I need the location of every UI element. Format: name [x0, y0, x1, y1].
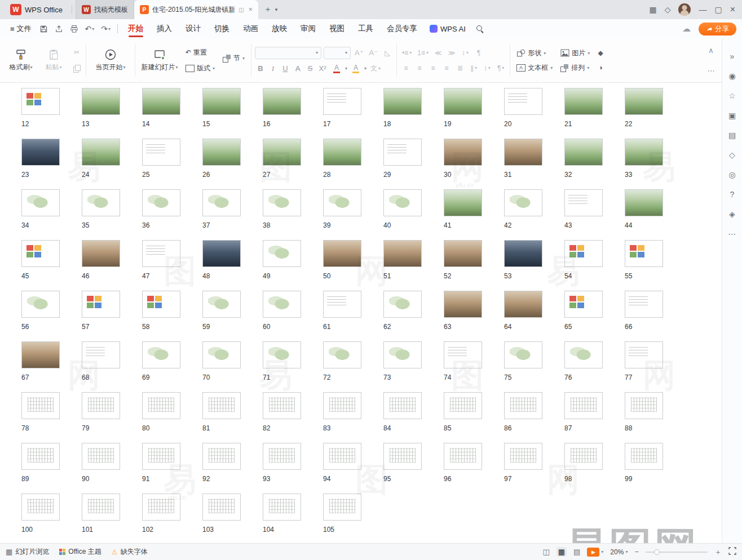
numbering-button[interactable]: 1≡▾ — [416, 47, 430, 59]
slide-thumbnail[interactable] — [21, 392, 60, 419]
layout-button[interactable]: 版式▾ — [183, 63, 218, 74]
slide-thumbnail[interactable] — [202, 139, 241, 166]
slide-thumbnail[interactable] — [504, 392, 542, 419]
slide-thumbnail[interactable] — [504, 139, 542, 166]
slide-thumbnail[interactable] — [21, 240, 60, 267]
slide-thumbnail[interactable] — [504, 88, 542, 115]
slide-thumbnail[interactable] — [82, 291, 120, 318]
slide-thumbnail[interactable] — [444, 341, 482, 368]
slide-thumbnail[interactable] — [202, 240, 241, 267]
slide-thumbnail[interactable] — [625, 88, 663, 115]
slide-thumbnail[interactable] — [504, 341, 542, 368]
slide-thumbnail[interactable] — [564, 443, 603, 470]
view-mode-indicator[interactable]: ▦ 幻灯片浏览 — [6, 547, 49, 557]
zoom-slider-knob[interactable] — [654, 549, 660, 555]
ribbon-more-button[interactable]: ⋯ — [705, 65, 717, 76]
menu-tab-0[interactable]: 开始 — [128, 19, 143, 38]
fit-to-window-button[interactable] — [728, 547, 736, 557]
shapes-button[interactable]: 形状▾ — [514, 48, 555, 59]
slide-thumbnail[interactable] — [625, 341, 663, 368]
section-button[interactable]: 节▾ — [220, 53, 248, 64]
picture-button[interactable]: 图片▾ — [558, 48, 593, 59]
slide-thumbnail[interactable] — [82, 494, 120, 521]
slide-thumbnail[interactable] — [21, 88, 60, 115]
slide-thumbnail[interactable] — [383, 443, 422, 470]
align-left-button[interactable]: ≡ — [400, 63, 412, 74]
tab-list-chevron-icon[interactable]: ▾ — [275, 7, 278, 12]
slide-thumbnail[interactable] — [142, 240, 180, 267]
chart-helper-icon[interactable]: ▤ — [728, 131, 736, 140]
font-family-select[interactable]: ▾ — [255, 47, 321, 59]
paragraph-mark-button[interactable]: ¶ — [473, 47, 484, 59]
slide-thumbnail[interactable] — [142, 392, 180, 419]
align-center-button[interactable]: ≡ — [414, 63, 425, 74]
slide-thumbnail[interactable] — [82, 392, 120, 419]
missing-fonts-warning[interactable]: ⚠ 缺失字体 — [112, 547, 148, 557]
slide-sorter-view-button[interactable]: ▦ — [556, 547, 567, 557]
print-button[interactable] — [70, 25, 78, 33]
slide-thumbnail[interactable] — [263, 392, 301, 419]
slide-thumbnail[interactable] — [82, 88, 120, 115]
zoom-slider[interactable] — [646, 552, 708, 553]
text-shadow-button[interactable]: A — [292, 63, 303, 74]
apps-grid-icon[interactable]: ▦ — [649, 5, 656, 14]
doc-tab-current[interactable]: P 住宅-2015.05-阳光城唐镇新 ◫ × — [134, 0, 258, 19]
cloud-sync-icon[interactable]: ☁ — [682, 24, 691, 34]
slide-thumbnail[interactable] — [504, 240, 542, 267]
slide-thumbnail[interactable] — [263, 494, 301, 521]
paste-button[interactable]: 粘贴▾ — [38, 48, 69, 72]
slide-thumbnail[interactable] — [202, 443, 241, 470]
slide-thumbnail[interactable] — [444, 88, 482, 115]
reading-view-button[interactable]: ▤ — [573, 548, 580, 556]
maximize-button[interactable]: ▢ — [714, 5, 722, 14]
navigation-icon[interactable]: ◎ — [728, 170, 735, 179]
slide-thumbnail[interactable] — [142, 291, 180, 318]
fill-color-button[interactable]: ◑ — [595, 62, 606, 73]
slide-thumbnail[interactable] — [82, 443, 120, 470]
slide-thumbnail[interactable] — [625, 443, 663, 470]
textbox-button[interactable]: A文本框▾ — [514, 63, 555, 73]
slide-thumbnail[interactable] — [564, 392, 603, 419]
slide-thumbnail[interactable] — [444, 139, 482, 166]
columns-button[interactable]: ∥▾ — [468, 63, 479, 74]
slide-thumbnail[interactable] — [21, 341, 60, 368]
slide-thumbnail[interactable] — [504, 443, 542, 470]
slide-thumbnail[interactable] — [444, 189, 482, 216]
menu-tab-7[interactable]: 视图 — [329, 19, 344, 38]
favorites-icon[interactable]: ☆ — [728, 91, 736, 100]
slideshow-play-button[interactable]: ▶ ▾ — [587, 548, 603, 557]
collapse-ribbon-button[interactable]: ∧ — [705, 45, 717, 56]
menu-tab-3[interactable]: 切换 — [214, 19, 229, 38]
slide-thumbnail[interactable] — [383, 392, 422, 419]
slide-thumbnail[interactable] — [323, 291, 361, 318]
slide-thumbnail[interactable] — [323, 443, 361, 470]
toolbox-icon[interactable]: ◇ — [729, 150, 735, 159]
slide-thumbnail[interactable] — [82, 341, 120, 368]
wps-ai-button[interactable]: WPS AI — [430, 25, 466, 33]
slide-thumbnail[interactable] — [21, 189, 60, 216]
menu-tab-8[interactable]: 工具 — [358, 19, 373, 38]
format-painter-button[interactable]: 格式刷▾ — [6, 48, 36, 72]
slide-thumbnail[interactable] — [202, 291, 241, 318]
align-right-button[interactable]: ≡ — [427, 63, 439, 74]
slide-thumbnail[interactable] — [263, 443, 301, 470]
new-tab-button[interactable]: ＋ — [264, 5, 272, 15]
slide-thumbnail[interactable] — [383, 189, 422, 216]
new-slide-button[interactable]: 新建幻灯片▾ — [139, 48, 180, 72]
slide-thumbnail[interactable] — [263, 88, 301, 115]
increase-font-button[interactable]: A⁺ — [353, 47, 365, 59]
slide-thumbnail[interactable] — [625, 189, 663, 216]
font-size-select[interactable]: ▾ — [324, 47, 351, 59]
slide-thumbnail[interactable] — [142, 494, 180, 521]
strikethrough-button[interactable]: S — [304, 63, 316, 74]
increase-indent-button[interactable]: ≫ — [446, 47, 457, 59]
slide-thumbnail[interactable] — [383, 341, 422, 368]
slide-thumbnail[interactable] — [323, 392, 361, 419]
slide-thumbnail[interactable] — [142, 88, 180, 115]
slide-thumbnail[interactable] — [564, 291, 603, 318]
slide-thumbnail[interactable] — [323, 341, 361, 368]
effects-button[interactable]: ◆ — [595, 47, 606, 59]
slide-thumbnail[interactable] — [21, 291, 60, 318]
user-avatar[interactable] — [678, 3, 691, 16]
slide-thumbnail[interactable] — [625, 139, 663, 166]
